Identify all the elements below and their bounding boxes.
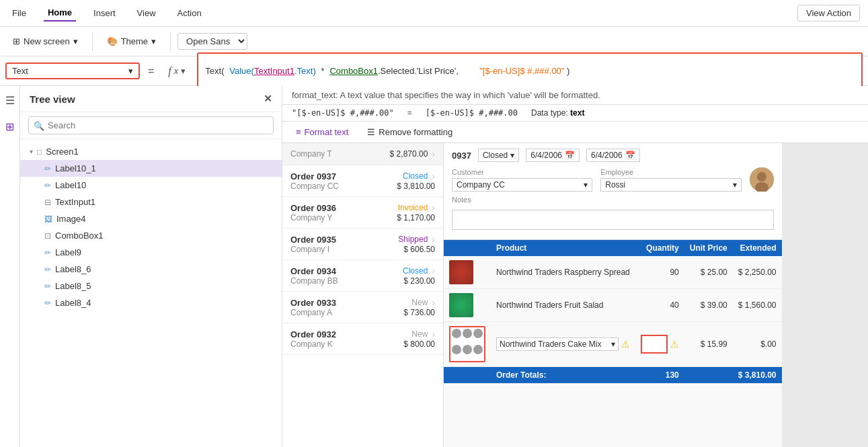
table-header-row: Product Quantity Unit Price Extended bbox=[444, 240, 782, 256]
format-text-button[interactable]: ≡ Format text bbox=[292, 125, 352, 139]
new-screen-button[interactable]: ⊞ New screen ▾ bbox=[5, 33, 85, 50]
tree-item-label9[interactable]: ✏ Label9 bbox=[20, 244, 282, 261]
cake-product-select[interactable]: Northwind Traders Cake Mix ▾ bbox=[496, 337, 619, 351]
tree-item-label: Label8_4 bbox=[55, 298, 91, 308]
product-ext-raspberry: $ 2,250.00 bbox=[733, 256, 782, 289]
search-input[interactable] bbox=[28, 116, 274, 134]
tree-view-header: Tree view ✕ bbox=[20, 86, 282, 112]
notes-field-group: Notes bbox=[452, 196, 774, 234]
toolbar-divider-1 bbox=[92, 32, 93, 51]
order-status-0937: Closed bbox=[403, 171, 428, 181]
order-chevron-0937: › bbox=[432, 171, 435, 181]
order-item-0936[interactable]: Order 0936 Invoiced › Company Y $ 1,170.… bbox=[282, 197, 443, 229]
menu-action[interactable]: Action bbox=[173, 5, 206, 21]
tree-item-combobox1[interactable]: ⊡ ComboBox1 bbox=[20, 227, 282, 244]
property-selector[interactable]: Text ▾ bbox=[5, 63, 140, 79]
product-name-cake: Northwind Traders Cake Mix ▾ ⚠ bbox=[491, 322, 635, 367]
theme-button[interactable]: 🎨 Theme ▾ bbox=[100, 33, 163, 50]
tree-item-label8-5[interactable]: ✏ Label8_5 bbox=[20, 278, 282, 294]
hamburger-icon[interactable]: ☰ bbox=[3, 91, 17, 110]
th-img bbox=[444, 240, 491, 256]
th-quantity: Quantity bbox=[635, 240, 684, 256]
font-selector[interactable]: Open Sans bbox=[177, 33, 247, 50]
order-company-0933: Company A bbox=[290, 308, 332, 317]
product-qty-fruit: 40 bbox=[635, 289, 684, 322]
employee-chevron-icon: ▾ bbox=[733, 180, 737, 190]
totals-empty2 bbox=[684, 367, 733, 384]
order-item-0935[interactable]: Order 0935 Shipped › Company I $ 606.50 bbox=[282, 229, 443, 260]
order-chevron-0932: › bbox=[432, 329, 435, 339]
cake-chevron-icon: ▾ bbox=[611, 339, 615, 349]
product-name-raspberry: Northwind Traders Raspberry Spread bbox=[491, 256, 635, 289]
employee-photo-container bbox=[750, 167, 774, 192]
order-chevron-0933: › bbox=[432, 297, 435, 308]
calendar2-icon: 📅 bbox=[625, 151, 635, 160]
view-action-button[interactable]: View Action bbox=[797, 5, 860, 22]
qty-input-cake[interactable] bbox=[641, 335, 668, 354]
label-icon: ✏ bbox=[44, 282, 51, 291]
orders-list: Company T $ 2,870.00 › Order 0937 bbox=[282, 143, 444, 447]
menu-view[interactable]: View bbox=[133, 5, 160, 21]
close-icon[interactable]: ✕ bbox=[264, 93, 272, 105]
cake-product-value: Northwind Traders Cake Mix bbox=[500, 339, 611, 349]
product-qty-raspberry: 90 bbox=[635, 256, 684, 289]
product-name-fruit: Northwind Traders Fruit Salad bbox=[491, 289, 635, 322]
customer-select[interactable]: Company CC ▾ bbox=[452, 178, 592, 192]
totals-empty bbox=[444, 367, 491, 384]
tree-item-label8-6[interactable]: ✏ Label8_6 bbox=[20, 261, 282, 278]
menu-home[interactable]: Home bbox=[44, 5, 76, 22]
date2-input[interactable]: 6/4/2006 📅 bbox=[586, 149, 640, 162]
search-icon: 🔍 bbox=[34, 120, 44, 130]
customer-label: Customer bbox=[452, 168, 592, 176]
order-item-company-t[interactable]: Company T $ 2,870.00 › bbox=[282, 143, 443, 165]
tree-item-label: Label10 bbox=[55, 180, 86, 190]
formula-input[interactable]: Text( Value(TextInput1.Text) * ComboBox1… bbox=[197, 52, 863, 89]
layers-icon[interactable]: ⊞ bbox=[3, 118, 17, 136]
totals-qty: 130 bbox=[635, 367, 684, 384]
order-company-0937: Company CC bbox=[290, 181, 339, 191]
tree-item-label10[interactable]: ✏ Label10 bbox=[20, 177, 282, 194]
product-price-raspberry: $ 25.00 bbox=[684, 256, 733, 289]
order-id-0937: Order 0937 bbox=[290, 171, 336, 181]
order-item-0933[interactable]: Order 0933 New › Company A $ 736.00 bbox=[282, 292, 443, 323]
format-text-label: Format text bbox=[305, 127, 349, 137]
date1-input[interactable]: 6/4/2006 📅 bbox=[526, 149, 580, 162]
menu-file[interactable]: File bbox=[8, 5, 30, 21]
format-text-icon: ≡ bbox=[296, 127, 301, 137]
calendar1-icon: 📅 bbox=[565, 151, 575, 160]
notes-input[interactable] bbox=[452, 210, 774, 230]
label-icon: ✏ bbox=[44, 298, 51, 308]
tree-item-label8-4[interactable]: ✏ Label8_4 bbox=[20, 294, 282, 311]
order-id-0935: Order 0935 bbox=[290, 235, 336, 245]
fx-bar: Text ▾ = f x ▾ Text( Value(TextInput1.Te… bbox=[0, 56, 868, 86]
label-icon: ✏ bbox=[44, 248, 51, 257]
label-icon: ✏ bbox=[44, 164, 51, 173]
fx-chevron-icon: ▾ bbox=[181, 66, 186, 76]
order-item-0937[interactable]: Order 0937 Closed › Company CC $ 3,810.0… bbox=[282, 165, 443, 197]
tooltip-text: format_text: A text value that specifies… bbox=[292, 90, 600, 100]
order-amount-t: $ 2,870.00 bbox=[390, 149, 428, 159]
theme-chevron-icon: ▾ bbox=[151, 36, 156, 46]
tree-item-image4[interactable]: 🖼 Image4 bbox=[20, 210, 282, 227]
employee-select[interactable]: Rossi ▾ bbox=[600, 178, 741, 192]
toolbar-divider-2 bbox=[170, 32, 171, 51]
tree-item-label10-1[interactable]: ✏ Label10_1 bbox=[20, 160, 282, 177]
order-item-0932[interactable]: Order 0932 New › Company K $ 800.00 bbox=[282, 323, 443, 355]
menu-insert[interactable]: Insert bbox=[89, 5, 120, 21]
tree-item-label: Image4 bbox=[56, 214, 85, 224]
remove-format-label: Remove formatting bbox=[379, 127, 452, 137]
fx-label: x bbox=[174, 66, 179, 76]
table-row: Northwind Traders Raspberry Spread 90 $ … bbox=[444, 256, 782, 289]
status-select[interactable]: Closed ▾ bbox=[478, 149, 519, 162]
tree-item-textinput1[interactable]: ⊟ TextInput1 bbox=[20, 194, 282, 210]
fx-button[interactable]: f x ▾ bbox=[162, 63, 192, 80]
status-chevron-icon: ▾ bbox=[510, 151, 514, 160]
order-amount-0934: $ 230.00 bbox=[403, 276, 435, 286]
textinput-icon: ⊟ bbox=[44, 198, 51, 207]
product-table-container: Product Quantity Unit Price Extended bbox=[444, 240, 782, 384]
order-item-0934[interactable]: Order 0934 Closed › Company BB $ 230.00 bbox=[282, 260, 443, 292]
fx-function-icon: f bbox=[168, 65, 171, 77]
tree-item-screen1[interactable]: ▾ □ Screen1 bbox=[20, 143, 282, 160]
remove-formatting-button[interactable]: ☰ Remove formatting bbox=[363, 125, 457, 139]
new-screen-label: New screen bbox=[24, 36, 70, 46]
